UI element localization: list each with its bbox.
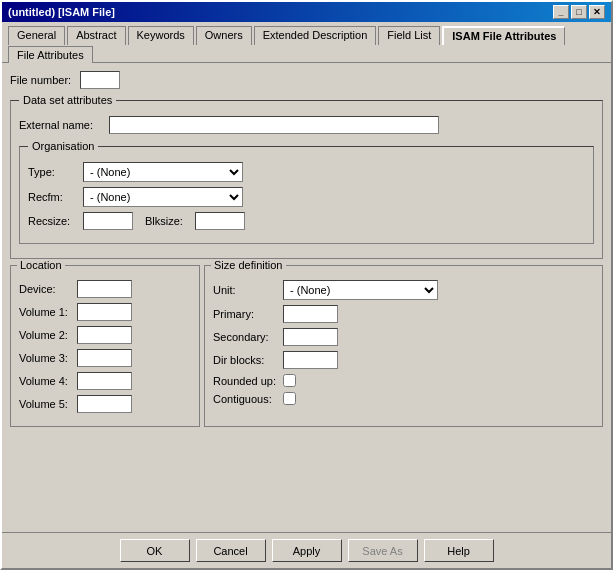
tab-extended-description[interactable]: Extended Description (254, 26, 377, 45)
title-bar-buttons: _ □ ✕ (553, 5, 605, 19)
help-button[interactable]: Help (424, 539, 494, 562)
secondary-row: Secondary: (213, 328, 594, 346)
volume5-row: Volume 5: (19, 395, 191, 413)
volume2-row: Volume 2: (19, 326, 191, 344)
organisation-group: Organisation Type: - (None) Recfm: - (No… (19, 140, 594, 244)
recsize-input[interactable] (83, 212, 133, 230)
volume5-label: Volume 5: (19, 398, 77, 410)
apply-button[interactable]: Apply (272, 539, 342, 562)
volume1-row: Volume 1: (19, 303, 191, 321)
size-def-group-title: Size definition (211, 259, 286, 271)
file-number-row: File number: (10, 71, 603, 89)
tab-general[interactable]: General (8, 26, 65, 45)
volume5-input[interactable] (77, 395, 132, 413)
title-bar: (untitled) [ISAM File] _ □ ✕ (2, 2, 611, 22)
lower-section: Location Device: Volume 1: Volume 2: Vol… (10, 265, 603, 427)
tab-bar: General Abstract Keywords Owners Extende… (2, 22, 611, 62)
contiguous-checkbox[interactable] (283, 392, 296, 405)
volume3-label: Volume 3: (19, 352, 77, 364)
primary-label: Primary: (213, 308, 283, 320)
content-area: File number: Data set attributes Externa… (2, 62, 611, 532)
close-button[interactable]: ✕ (589, 5, 605, 19)
rounded-up-checkbox[interactable] (283, 374, 296, 387)
dir-blocks-label: Dir blocks: (213, 354, 283, 366)
type-row: Type: - (None) (28, 162, 585, 182)
dataset-group-title: Data set attributes (19, 94, 116, 106)
tab-owners[interactable]: Owners (196, 26, 252, 45)
external-name-input[interactable] (109, 116, 439, 134)
secondary-label: Secondary: (213, 331, 283, 343)
blksize-input[interactable] (195, 212, 245, 230)
contiguous-label: Contiguous: (213, 393, 283, 405)
volume3-input[interactable] (77, 349, 132, 367)
volume4-label: Volume 4: (19, 375, 77, 387)
tab-isam-file-attributes[interactable]: ISAM File Attributes (442, 26, 565, 45)
recfm-row: Recfm: - (None) (28, 187, 585, 207)
device-row: Device: (19, 280, 191, 298)
type-label: Type: (28, 166, 83, 178)
cancel-button[interactable]: Cancel (196, 539, 266, 562)
dataset-group: Data set attributes External name: Organ… (10, 94, 603, 259)
volume4-input[interactable] (77, 372, 132, 390)
maximize-button[interactable]: □ (571, 5, 587, 19)
external-name-label: External name: (19, 119, 109, 131)
file-number-input[interactable] (80, 71, 120, 89)
type-select[interactable]: - (None) (83, 162, 243, 182)
main-window: (untitled) [ISAM File] _ □ ✕ General Abs… (0, 0, 613, 570)
recsize-label: Recsize: (28, 215, 83, 227)
location-group-title: Location (17, 259, 65, 271)
recfm-label: Recfm: (28, 191, 83, 203)
secondary-input[interactable] (283, 328, 338, 346)
contiguous-row: Contiguous: (213, 392, 594, 405)
device-label: Device: (19, 283, 77, 295)
volume2-label: Volume 2: (19, 329, 77, 341)
blksize-label: Blksize: (145, 215, 195, 227)
file-number-label: File number: (10, 74, 80, 86)
external-name-row: External name: (19, 116, 594, 134)
location-group: Location Device: Volume 1: Volume 2: Vol… (10, 265, 200, 427)
unit-label: Unit: (213, 284, 283, 296)
device-input[interactable] (77, 280, 132, 298)
dir-blocks-input[interactable] (283, 351, 338, 369)
volume4-row: Volume 4: (19, 372, 191, 390)
volume2-input[interactable] (77, 326, 132, 344)
volume3-row: Volume 3: (19, 349, 191, 367)
tab-keywords[interactable]: Keywords (128, 26, 194, 45)
bottom-bar: OK Cancel Apply Save As Help (2, 532, 611, 568)
tab-field-list[interactable]: Field List (378, 26, 440, 45)
primary-row: Primary: (213, 305, 594, 323)
tab-file-attributes[interactable]: File Attributes (8, 46, 93, 63)
organisation-group-title: Organisation (28, 140, 98, 152)
primary-input[interactable] (283, 305, 338, 323)
window-title: (untitled) [ISAM File] (8, 6, 115, 18)
dir-blocks-row: Dir blocks: (213, 351, 594, 369)
volume1-input[interactable] (77, 303, 132, 321)
volume1-label: Volume 1: (19, 306, 77, 318)
unit-row: Unit: - (None) (213, 280, 594, 300)
rounded-up-row: Rounded up: (213, 374, 594, 387)
tab-abstract[interactable]: Abstract (67, 26, 125, 45)
minimize-button[interactable]: _ (553, 5, 569, 19)
recsize-blksize-row: Recsize: Blksize: (28, 212, 585, 230)
recfm-select[interactable]: - (None) (83, 187, 243, 207)
rounded-up-label: Rounded up: (213, 375, 283, 387)
save-as-button[interactable]: Save As (348, 539, 418, 562)
unit-select[interactable]: - (None) (283, 280, 438, 300)
ok-button[interactable]: OK (120, 539, 190, 562)
size-def-group: Size definition Unit: - (None) Primary: … (204, 265, 603, 427)
